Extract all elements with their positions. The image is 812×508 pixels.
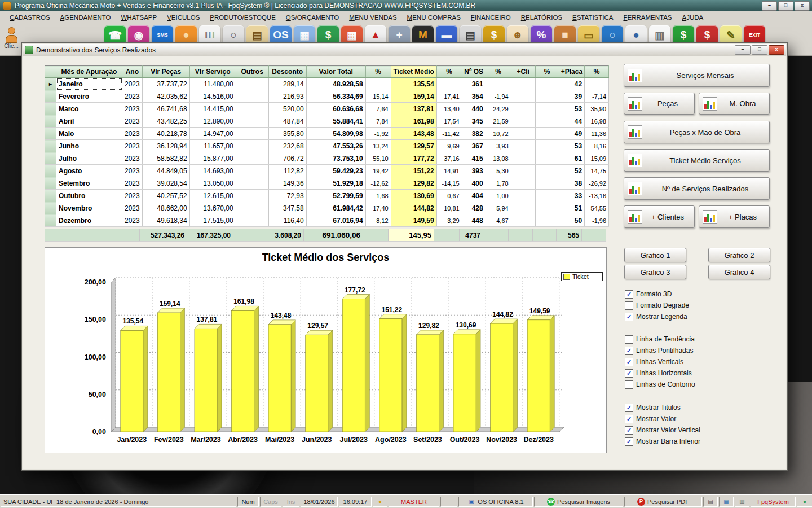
sales-icon[interactable]: $ [317,25,339,45]
cell[interactable]: -7,14 [585,90,609,103]
cell[interactable]: 37.737,72 [142,78,189,90]
row-selector[interactable] [45,165,56,177]
cell[interactable] [535,103,559,115]
cell[interactable] [535,190,559,202]
cell[interactable]: 345 [462,115,486,128]
cell[interactable]: 17,54 [436,115,462,128]
table-row-maio[interactable]: Maio202340.218,7814.947,00355,8054.809,9… [45,128,609,140]
notes-icon[interactable]: ✎ [720,25,742,45]
cell[interactable]: 55.884,41 [306,115,365,128]
cell[interactable] [511,214,535,227]
cell[interactable]: 14.516,00 [189,90,236,103]
table-row-setembro[interactable]: Setembro202339.028,5413.050,00149,3651.9… [45,177,609,190]
clients-icon[interactable]: ☻ [507,25,528,45]
column-header-pct[interactable]: % [486,66,511,78]
menu-produto-estoque[interactable]: PRODUTO/ESTOQUE [205,12,281,23]
chart-icon[interactable]: ▲ [365,25,386,45]
cell[interactable]: -26,92 [585,177,609,190]
button-ticket-m-dio-servi-os[interactable]: Ticket Médio Serviços [624,149,770,172]
cell[interactable] [535,177,559,190]
cell[interactable]: 12.615,00 [189,190,236,202]
cell[interactable]: Outubro [56,190,122,202]
moto-icon[interactable]: M [412,25,434,45]
cell[interactable]: Julho [56,152,122,165]
cell[interactable]: 1,00 [486,190,511,202]
table-row-junho[interactable]: Junho202336.128,9411.657,00232,6847.553,… [45,140,609,152]
cell[interactable]: 487,84 [268,115,306,128]
row-selector[interactable] [45,152,56,165]
table-row-abril[interactable]: Abril202343.482,2512.890,00487,8455.884,… [45,115,609,128]
cell[interactable]: -9,69 [436,140,462,152]
maximize-button[interactable]: □ [778,1,793,11]
dollar-red-icon[interactable]: $ [696,25,718,45]
cell[interactable] [236,103,268,115]
cell[interactable] [535,140,559,152]
menu-relat-rios[interactable]: RELATÓRIOS [516,12,567,23]
column-header-ticket-m-dio[interactable]: Ticket Médio [391,66,436,78]
column-header-m-s-de-apura-o[interactable]: Mês de Apuração [56,66,122,78]
cell[interactable]: 11.657,00 [189,140,236,152]
cell[interactable] [535,90,559,103]
cell[interactable]: 4,67 [486,214,511,227]
cell[interactable]: 15,14 [365,90,391,103]
cell[interactable]: 151,22 [391,165,436,177]
search-icon[interactable]: ○ [223,25,244,45]
cell[interactable]: 232,68 [268,140,306,152]
cell[interactable]: 61.984,42 [306,202,365,214]
status-search-images[interactable]: ☎Pesquisar Imagens [534,497,623,507]
cell[interactable]: 42 [559,78,584,90]
button-pe-as-x-m-o-de-obra[interactable]: Peças x Mão de Obra [624,121,770,143]
status-devices-icon[interactable]: ▥ [735,497,749,507]
cell[interactable] [511,165,535,177]
cell[interactable]: 130,69 [391,190,436,202]
cell[interactable]: 46.741,68 [142,103,189,115]
cell[interactable]: 52 [559,165,584,177]
whatsapp-icon[interactable]: ☎ [104,25,126,45]
cell[interactable]: 149,36 [268,177,306,190]
cell[interactable]: -1,96 [585,214,609,227]
cell[interactable]: 2023 [122,78,143,90]
status-search-pdf[interactable]: PPesquisar PDF [624,497,702,507]
cell[interactable]: 520,00 [268,103,306,115]
cell[interactable]: 17,40 [365,202,391,214]
row-selector[interactable] [45,90,56,103]
column-header-placa[interactable]: +Placa [559,66,584,78]
cell[interactable]: 129,57 [391,140,436,152]
cell[interactable]: 428 [462,202,486,214]
checkbox-mostrar-valor-vertical[interactable]: ✓Mostrar Valor Vertical [625,424,700,436]
button-placas[interactable]: + Placas [699,205,770,228]
cell[interactable]: 2023 [122,103,143,115]
menu-whatsapp[interactable]: WHATSAPP [116,12,162,23]
cell[interactable]: 24,29 [486,103,511,115]
checkbox-formato-degrade[interactable]: Formato Degrade [625,300,689,311]
checkbox-linhas-de-contorno[interactable]: Linhas de Contorno [625,379,695,390]
checkbox-box[interactable]: ✓ [625,404,633,412]
cell[interactable]: 14.947,00 [189,128,236,140]
cell[interactable]: 61 [559,152,584,165]
cell[interactable]: 2023 [122,190,143,202]
report-icon[interactable]: ▥ [649,25,670,45]
row-selector[interactable] [45,214,56,227]
column-header-pct[interactable]: % [535,66,559,78]
clients-toolbar-button[interactable]: Clie... [1,25,21,54]
cell[interactable]: 2023 [122,90,143,103]
row-selector[interactable] [45,103,56,115]
cell[interactable]: 112,82 [268,165,306,177]
cell[interactable]: 1,78 [486,177,511,190]
checkbox-mostrar-valor[interactable]: ✓Mostrar Valor [625,413,676,424]
cell[interactable] [535,165,559,177]
checkbox-box[interactable]: ✓ [625,347,633,355]
cell[interactable]: 54,55 [585,202,609,214]
table-row-janeiro[interactable]: ►Janeiro202337.737,7211.480,00289,1448.9… [45,78,609,90]
cell[interactable]: 36.128,94 [142,140,189,152]
cell[interactable] [535,78,559,90]
cell[interactable]: 44 [559,115,584,128]
cell[interactable]: -13,40 [436,103,462,115]
cell[interactable]: 404 [462,190,486,202]
row-selector[interactable] [45,115,56,128]
column-header-pct[interactable]: % [585,66,609,78]
cell[interactable]: 347,58 [268,202,306,214]
cell[interactable]: 13,08 [486,152,511,165]
cell[interactable]: 143,48 [391,128,436,140]
cell[interactable]: 382 [462,128,486,140]
